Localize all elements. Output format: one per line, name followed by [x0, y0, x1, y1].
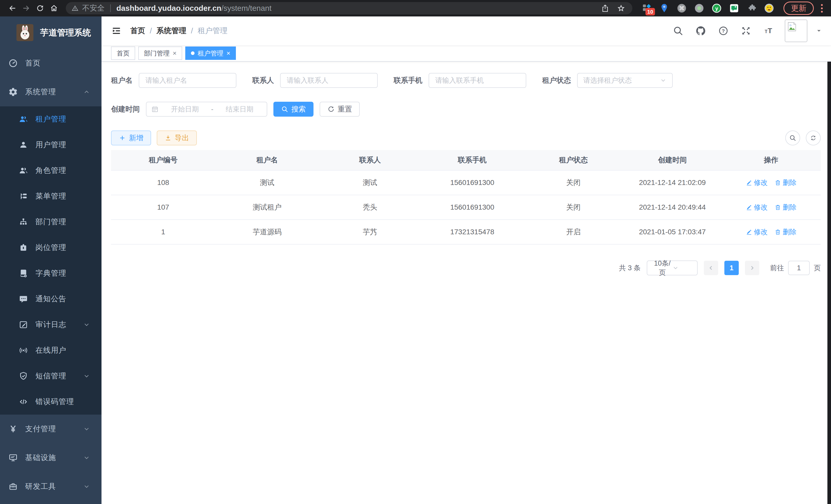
- sidebar-item-role[interactable]: 角色管理: [0, 158, 102, 183]
- refresh-table-button[interactable]: [806, 130, 821, 145]
- sidebar-item-home[interactable]: 首页: [0, 49, 102, 78]
- status-select[interactable]: 请选择租户状态: [577, 73, 673, 88]
- url-text: dashboard.yudao.iocoder.cn/system/tenant: [116, 4, 596, 12]
- tab-dept[interactable]: 部门管理×: [138, 47, 182, 60]
- page-size-select[interactable]: 10条/页: [647, 261, 698, 275]
- table-row: 108测试测试15601691300关闭2021-12-14 21:02:09修…: [111, 171, 821, 195]
- tab-tenant[interactable]: 租户管理×: [185, 47, 236, 60]
- reset-button[interactable]: 重置: [320, 102, 360, 117]
- security-label: 不安全: [82, 3, 105, 13]
- cell-contact: 芋艿: [319, 227, 421, 237]
- chat-extension-icon[interactable]: [728, 3, 740, 14]
- extension-grid-icon[interactable]: 10: [641, 3, 652, 14]
- chrome-update-button[interactable]: 更新: [783, 2, 814, 15]
- sidebar: 芋道管理系统 首页系统管理租户管理用户管理角色管理菜单管理部门管理岗位管理字典管…: [0, 17, 102, 504]
- page-number-1[interactable]: 1: [724, 261, 739, 275]
- end-date-placeholder[interactable]: 结束日期: [217, 105, 262, 114]
- breadcrumb-home[interactable]: 首页: [130, 26, 145, 36]
- tab-home[interactable]: 首页: [111, 47, 135, 60]
- sidebar-item-post[interactable]: 岗位管理: [0, 235, 102, 261]
- goto-page-input[interactable]: [788, 261, 810, 275]
- filter-contact: 联系人: [252, 73, 378, 88]
- calendar-icon: [151, 105, 159, 113]
- trash-icon: [774, 179, 781, 186]
- export-button[interactable]: 导出: [157, 130, 197, 145]
- contact-input[interactable]: [280, 73, 378, 88]
- start-date-placeholder[interactable]: 开始日期: [163, 105, 208, 114]
- delete-link[interactable]: 删除: [774, 203, 797, 212]
- reload-icon[interactable]: [34, 3, 46, 14]
- toggle-search-button[interactable]: [785, 130, 800, 145]
- sidebar-item-online[interactable]: 在线用户: [0, 337, 102, 363]
- sidebar-item-devtools[interactable]: 研发工具: [0, 472, 102, 501]
- prev-page-button[interactable]: [704, 261, 718, 275]
- sidebar-item-dept[interactable]: 部门管理: [0, 209, 102, 235]
- font-size-icon[interactable]: TT: [762, 24, 775, 37]
- add-button[interactable]: 新增: [111, 130, 151, 145]
- sidebar-item-dict[interactable]: 字典管理: [0, 261, 102, 286]
- sidebar-item-menu[interactable]: 菜单管理: [0, 183, 102, 209]
- filter-mobile: 联系手机: [394, 73, 526, 88]
- forward-icon[interactable]: [21, 3, 32, 14]
- tenant-name-label: 租户名: [111, 76, 133, 85]
- refresh-icon: [327, 106, 335, 113]
- mobile-input[interactable]: [429, 73, 526, 88]
- cell-contact: 秃头: [319, 202, 421, 212]
- delete-link[interactable]: 删除: [774, 178, 797, 187]
- dot-extension-icon[interactable]: [693, 3, 705, 14]
- home-icon[interactable]: [48, 3, 60, 14]
- sidebar-item-audit[interactable]: 审计日志: [0, 312, 102, 337]
- emoji-extension-icon[interactable]: [764, 3, 775, 14]
- command-extension-icon[interactable]: ⌘: [676, 3, 687, 14]
- avatar-caret-down-icon[interactable]: [815, 28, 822, 34]
- devtools-icon: [8, 481, 19, 492]
- search-button[interactable]: 搜索: [274, 102, 314, 117]
- cell-created: 2021-12-14 20:49:44: [623, 203, 721, 211]
- scrollbar-track[interactable]: [827, 17, 831, 504]
- address-bar[interactable]: 不安全 dashboard.yudao.iocoder.cn/system/te…: [66, 2, 632, 14]
- sidebar-item-tenant[interactable]: 租户管理: [0, 106, 102, 132]
- bookmark-star-icon[interactable]: [615, 3, 627, 14]
- header-search-icon[interactable]: [672, 24, 685, 37]
- filter-status: 租户状态 请选择租户状态: [542, 73, 673, 88]
- share-icon[interactable]: [600, 3, 611, 14]
- map-pin-extension-icon[interactable]: [659, 3, 670, 14]
- sidebar-item-pay[interactable]: 支付管理: [0, 415, 102, 443]
- tenant-name-input[interactable]: [139, 73, 236, 88]
- next-page-button[interactable]: [745, 261, 759, 275]
- edit-link[interactable]: 修改: [746, 203, 768, 212]
- back-icon[interactable]: [7, 3, 18, 14]
- edit-link[interactable]: 修改: [746, 227, 768, 237]
- extensions-row: 10 ⌘ y: [641, 3, 775, 14]
- close-icon[interactable]: ×: [173, 50, 176, 57]
- sidebar-item-system[interactable]: 系统管理: [0, 78, 102, 106]
- tenant-users-icon: [18, 114, 29, 125]
- fullscreen-icon[interactable]: [740, 24, 752, 37]
- tenant-table: 租户编号租户名联系人联系手机租户状态创建时间操作 108测试测试15601691…: [111, 150, 821, 244]
- delete-link[interactable]: 删除: [774, 227, 797, 237]
- created-label: 创建时间: [111, 104, 140, 114]
- column-header: 租户状态: [523, 155, 623, 165]
- status-label: 租户状态: [542, 76, 571, 85]
- sidebar-item-user[interactable]: 用户管理: [0, 132, 102, 158]
- yudao-extension-icon[interactable]: y: [711, 3, 722, 14]
- edit-link[interactable]: 修改: [746, 178, 768, 187]
- github-icon[interactable]: [694, 24, 707, 37]
- chrome-menu-icon[interactable]: [821, 4, 823, 12]
- app-logo-row[interactable]: 芋道管理系统: [0, 17, 102, 49]
- sidebar-item-infra[interactable]: 基础设施: [0, 443, 102, 472]
- sidebar-toggle-icon[interactable]: [110, 25, 122, 37]
- avatar[interactable]: [785, 20, 807, 42]
- post-badge-icon: [18, 242, 29, 253]
- breadcrumb-system[interactable]: 系统管理: [156, 26, 186, 36]
- sidebar-item-errcode[interactable]: 错误码管理: [0, 389, 102, 415]
- puzzle-extension-icon[interactable]: [746, 3, 757, 14]
- svg-text:⌘: ⌘: [679, 5, 685, 11]
- not-secure-warning-icon[interactable]: [71, 5, 79, 12]
- sidebar-item-notice[interactable]: 通知公告: [0, 286, 102, 312]
- help-icon[interactable]: ?: [717, 24, 730, 37]
- cell-name: 测试: [215, 178, 319, 187]
- close-icon[interactable]: ×: [226, 50, 230, 57]
- date-range-picker[interactable]: 开始日期 - 结束日期: [146, 102, 267, 117]
- sidebar-item-sms[interactable]: 短信管理: [0, 363, 102, 389]
